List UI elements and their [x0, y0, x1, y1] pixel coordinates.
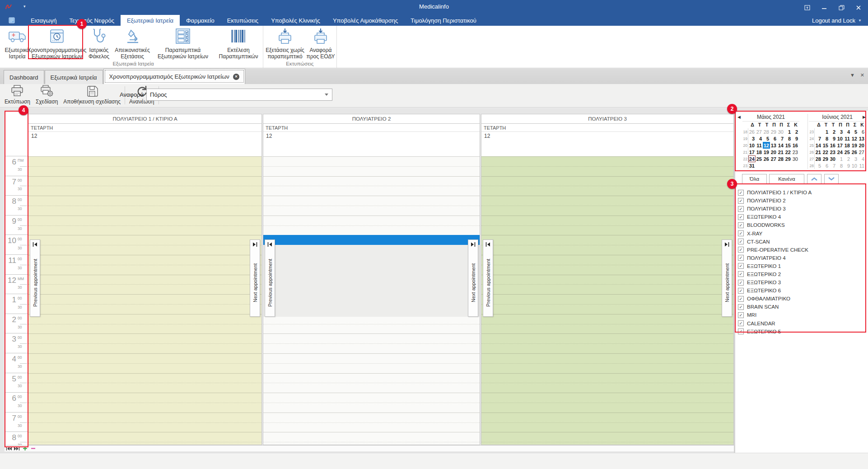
calendar-day[interactable]: [784, 162, 792, 169]
next-appointment-strip[interactable]: Next appointment: [468, 239, 478, 317]
resource-row[interactable]: ✓ΕΞΩΤΕΡΙΚΟ 5: [736, 328, 866, 336]
calendar-day[interactable]: 26: [851, 149, 858, 155]
calendar-day[interactable]: 3: [836, 128, 844, 135]
resource-row[interactable]: ✓BLOODWORKS: [736, 221, 866, 229]
move-up-button[interactable]: [807, 174, 821, 184]
calendar-day[interactable]: 6: [858, 128, 865, 135]
column-time-grid[interactable]: [28, 156, 261, 445]
calendar-day[interactable]: 17: [836, 142, 844, 149]
calendar-day[interactable]: 7: [815, 135, 822, 142]
calendar-day[interactable]: 13: [858, 135, 865, 142]
resource-checkbox[interactable]: ✓: [738, 222, 744, 228]
calendar-day[interactable]: 24: [836, 149, 844, 155]
resource-row[interactable]: ✓PRE-OPERATIVE CHECK: [736, 246, 866, 254]
document-tab-outpatient-scheduling[interactable]: Χρονοπρογραμματισμός Εξωτερικών Ιατρείων…: [103, 69, 245, 84]
calendar-day[interactable]: 10: [836, 135, 844, 142]
calendar-day[interactable]: 14: [777, 142, 784, 149]
calendar-day[interactable]: 2: [844, 155, 851, 162]
resource-row[interactable]: ✓X-RAY: [736, 229, 866, 237]
prev-marker-icon[interactable]: [30, 240, 40, 249]
selected-time-slot[interactable]: [263, 235, 480, 245]
calendar-day[interactable]: [763, 162, 770, 169]
resource-row[interactable]: ✓ΕΞΩΤΕΡΙΚΟ 4: [736, 213, 866, 221]
ribbon-tab-clinic-submissions[interactable]: Υποβολές Κλινικής: [265, 15, 327, 26]
file-menu-icon[interactable]: [0, 15, 24, 26]
calendar-day[interactable]: 11: [858, 162, 865, 169]
resource-row[interactable]: ✓CALENDAR: [736, 319, 866, 328]
calendar-day[interactable]: [770, 162, 777, 169]
resource-checkbox[interactable]: ✓: [738, 190, 744, 196]
calendar-day[interactable]: 22: [822, 149, 829, 155]
select-all-button[interactable]: Όλα: [742, 174, 767, 184]
ribbon-tab-outpatient-clinics[interactable]: Εξωτερικά Ιατρεία: [121, 15, 180, 26]
calendar-day[interactable]: 8: [822, 135, 829, 142]
calendar-day[interactable]: 1: [822, 128, 829, 135]
calendar-day[interactable]: 28: [777, 155, 784, 162]
calendar-day[interactable]: 9: [829, 135, 836, 142]
calendar-day[interactable]: 14: [815, 142, 822, 149]
report-combobox[interactable]: Πόρος: [146, 89, 332, 101]
move-down-button[interactable]: [824, 174, 839, 184]
resource-checkbox[interactable]: ✓: [738, 296, 744, 302]
ribbon-tab-intro[interactable]: Εισαγωγή: [24, 15, 63, 26]
resource-checkbox[interactable]: ✓: [738, 214, 744, 220]
resource-row[interactable]: ✓BRAIN SCAN: [736, 303, 866, 311]
calendar-day[interactable]: 13: [770, 142, 777, 149]
calendar-day[interactable]: 2: [792, 128, 799, 135]
document-tab-dashboard[interactable]: Dashboard: [4, 70, 44, 84]
ribbon-tab-artificial-kidney[interactable]: Τεχνητός Νεφρός: [63, 15, 121, 26]
resource-row[interactable]: ✓ΠΟΛΥΙΑΤΡΕΙΟ 1 / ΚΤΙΡΙΟ Α: [736, 188, 866, 197]
calendar-day[interactable]: 11: [756, 142, 763, 149]
prev-marker-icon[interactable]: [265, 240, 275, 249]
ribbon-button-medical-record[interactable]: Ιατρικός Φάκελος: [84, 26, 113, 61]
ribbon-tab-printouts[interactable]: Εκτυπώσεις: [221, 15, 265, 26]
calendar-day[interactable]: 30: [829, 155, 836, 162]
resource-checkbox[interactable]: ✓: [738, 320, 744, 326]
calendar-prev-month-icon[interactable]: ◀: [737, 115, 741, 119]
prev-appointment-strip[interactable]: Previous appointment: [483, 239, 493, 317]
toolbar-button-print[interactable]: Εκτύπωση: [2, 85, 33, 106]
next-appointment-strip[interactable]: Next appointment: [250, 239, 260, 317]
resource-checkbox[interactable]: ✓: [738, 239, 744, 244]
resource-checkbox[interactable]: ✓: [738, 280, 744, 286]
resource-checkbox[interactable]: ✓: [738, 247, 744, 253]
close-document-icon[interactable]: ✕: [860, 72, 864, 78]
calendar-day[interactable]: 6: [770, 135, 777, 142]
resource-checkbox[interactable]: ✓: [738, 271, 744, 277]
prev-appointment-strip[interactable]: Previous appointment: [265, 239, 275, 317]
calendar-day[interactable]: 4: [858, 155, 865, 162]
calendar-day[interactable]: 5: [815, 162, 822, 169]
calendar-day[interactable]: 23: [792, 149, 799, 155]
resource-row[interactable]: ✓ΠΟΛΥΙΑΤΡΕΙΟ 4: [736, 254, 866, 262]
ribbon-button-referral-execution[interactable]: Εκτέλεση Παραπεμπτικών: [215, 26, 261, 61]
calendar-day[interactable]: 21: [777, 149, 784, 155]
resource-row[interactable]: ✓MRI: [736, 311, 866, 319]
ribbon-button-outpatient-referrals[interactable]: Παραπεμπτικά Εξωτερικών Ιατρείων: [151, 26, 215, 61]
calendar-day[interactable]: 30: [777, 128, 784, 135]
calendar-day[interactable]: 17: [748, 149, 756, 155]
calendar-day[interactable]: 28: [815, 155, 822, 162]
calendar-day[interactable]: 12: [763, 142, 770, 149]
next-marker-icon[interactable]: [468, 240, 478, 249]
calendar-day[interactable]: 30: [792, 155, 799, 162]
calendar-day[interactable]: 8: [784, 135, 792, 142]
calendar-day[interactable]: [792, 162, 799, 169]
resource-row[interactable]: ✓CT-SCAN: [736, 238, 866, 246]
calendar-day[interactable]: 18: [756, 149, 763, 155]
calendar-day[interactable]: 21: [815, 149, 822, 155]
calendar-day[interactable]: 4: [844, 128, 851, 135]
calendar-day[interactable]: 7: [777, 135, 784, 142]
calendar-day[interactable]: 24: [748, 155, 756, 162]
calendar-day[interactable]: 25: [844, 149, 851, 155]
calendar-day[interactable]: [756, 162, 763, 169]
calendar-day[interactable]: 29: [770, 128, 777, 135]
calendar-day[interactable]: 22: [784, 149, 792, 155]
calendar-day[interactable]: 3: [748, 135, 756, 142]
ribbon-button-exams-without-referral[interactable]: Εξετάσεις χωρίς παραπεμπτικό: [265, 26, 305, 61]
resource-row[interactable]: ✓ΠΟΛΥΙΑΤΡΕΙΟ 2: [736, 197, 866, 205]
calendar-day[interactable]: 16: [829, 142, 836, 149]
calendar-day[interactable]: 8: [836, 162, 844, 169]
calendar-day[interactable]: 25: [756, 155, 763, 162]
resource-checkbox[interactable]: ✓: [738, 230, 744, 236]
calendar-day[interactable]: 26: [763, 155, 770, 162]
